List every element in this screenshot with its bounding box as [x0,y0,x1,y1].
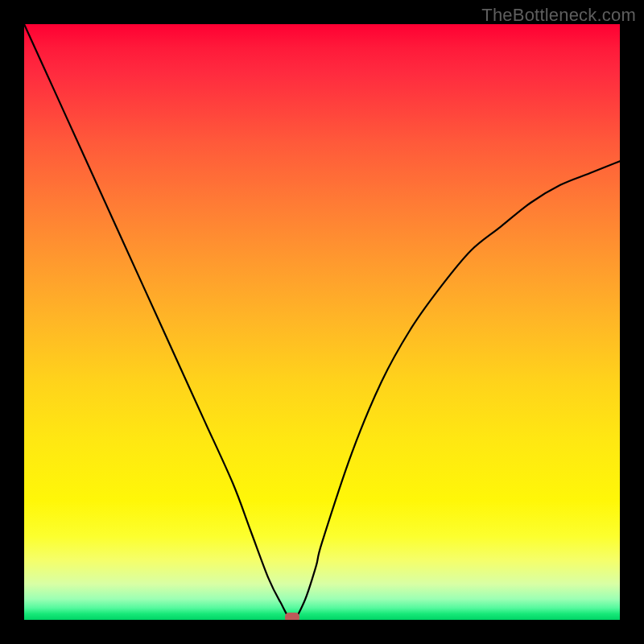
chart-frame: TheBottleneck.com [0,0,644,644]
watermark-text: TheBottleneck.com [481,5,636,26]
optimal-point-marker [285,613,299,620]
bottleneck-curve [24,24,620,620]
plot-area [24,24,620,620]
